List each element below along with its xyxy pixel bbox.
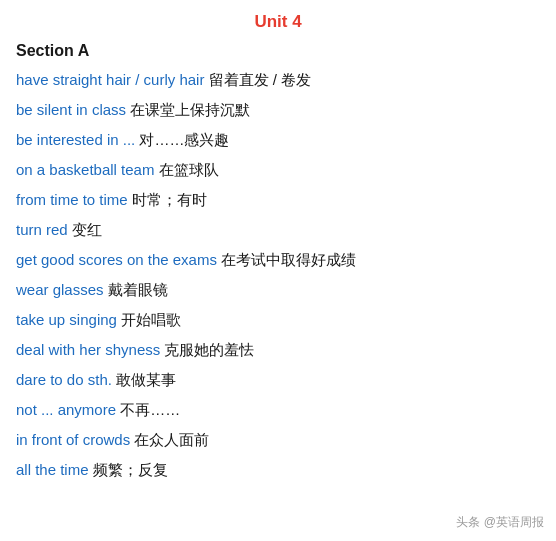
vocab-cn: 敢做某事 bbox=[116, 371, 176, 388]
vocab-en: turn red bbox=[16, 221, 72, 238]
section-label: Section A bbox=[16, 42, 89, 59]
vocab-en: take up singing bbox=[16, 311, 121, 328]
list-item: deal with her shyness 克服她的羞怯 bbox=[16, 338, 540, 362]
vocab-cn: 在考试中取得好成绩 bbox=[221, 251, 356, 268]
vocab-cn: 克服她的羞怯 bbox=[164, 341, 254, 358]
vocab-en: wear glasses bbox=[16, 281, 108, 298]
vocab-cn: 在篮球队 bbox=[159, 161, 219, 178]
vocab-cn: 时常；有时 bbox=[132, 191, 207, 208]
list-item: in front of crowds 在众人面前 bbox=[16, 428, 540, 452]
vocab-en: have straight hair / curly hair bbox=[16, 71, 209, 88]
list-item: not ... anymore 不再…… bbox=[16, 398, 540, 422]
vocab-en: all the time bbox=[16, 461, 93, 478]
vocab-en: be silent in class bbox=[16, 101, 130, 118]
vocab-en: from time to time bbox=[16, 191, 132, 208]
list-item: take up singing 开始唱歌 bbox=[16, 308, 540, 332]
vocab-en: be interested in ... bbox=[16, 131, 139, 148]
vocab-cn: 留着直发 / 卷发 bbox=[209, 71, 312, 88]
vocab-en: on a basketball team bbox=[16, 161, 159, 178]
vocab-cn: 变红 bbox=[72, 221, 102, 238]
unit-title: Unit 4 bbox=[254, 12, 301, 31]
vocab-en: in front of crowds bbox=[16, 431, 134, 448]
vocab-en: dare to do sth. bbox=[16, 371, 116, 388]
list-item: have straight hair / curly hair 留着直发 / 卷… bbox=[16, 68, 540, 92]
vocab-en: deal with her shyness bbox=[16, 341, 164, 358]
vocab-cn: 戴着眼镜 bbox=[108, 281, 168, 298]
watermark: 头条 @英语周报 bbox=[456, 514, 544, 531]
list-item: wear glasses 戴着眼镜 bbox=[16, 278, 540, 302]
list-item: on a basketball team 在篮球队 bbox=[16, 158, 540, 182]
list-item: dare to do sth. 敢做某事 bbox=[16, 368, 540, 392]
section-header: Section A bbox=[16, 42, 540, 60]
vocab-cn: 在课堂上保持沉默 bbox=[130, 101, 250, 118]
list-item: be silent in class 在课堂上保持沉默 bbox=[16, 98, 540, 122]
vocab-cn: 频繁；反复 bbox=[93, 461, 168, 478]
vocab-list: have straight hair / curly hair 留着直发 / 卷… bbox=[16, 68, 540, 482]
list-item: get good scores on the exams 在考试中取得好成绩 bbox=[16, 248, 540, 272]
list-item: be interested in ... 对……感兴趣 bbox=[16, 128, 540, 152]
vocab-en: get good scores on the exams bbox=[16, 251, 221, 268]
vocab-cn: 不再…… bbox=[120, 401, 180, 418]
vocab-cn: 对……感兴趣 bbox=[139, 131, 229, 148]
vocab-cn: 开始唱歌 bbox=[121, 311, 181, 328]
page-title: Unit 4 bbox=[16, 8, 540, 32]
list-item: from time to time 时常；有时 bbox=[16, 188, 540, 212]
list-item: all the time 频繁；反复 bbox=[16, 458, 540, 482]
vocab-en: not ... anymore bbox=[16, 401, 120, 418]
vocab-cn: 在众人面前 bbox=[134, 431, 209, 448]
list-item: turn red 变红 bbox=[16, 218, 540, 242]
